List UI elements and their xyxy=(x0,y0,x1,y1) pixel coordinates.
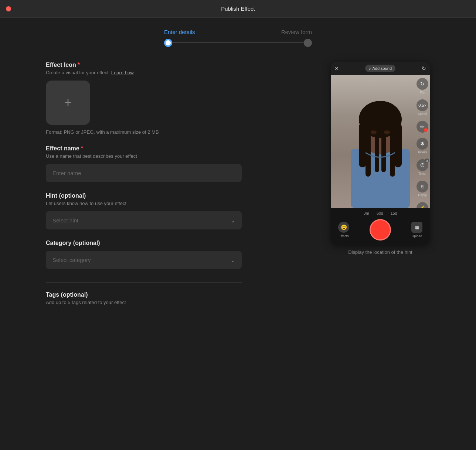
preview-caption: Display the location of the hint xyxy=(348,249,412,255)
reply-icon[interactable]: ⎘ xyxy=(416,181,428,192)
form-left: Effect Icon * Create a visual for your e… xyxy=(46,62,308,321)
side-control-speed: 0.5× Speed xyxy=(416,99,428,116)
effect-name-subtitle: Use a name that best describes your effe… xyxy=(46,153,308,159)
capture-main-button[interactable] xyxy=(370,219,391,241)
effect-name-input[interactable] xyxy=(46,164,242,182)
side-control-filters: ❄ Filters xyxy=(416,138,428,154)
top-bar: Publish Effect xyxy=(0,0,476,18)
flash-icon[interactable]: ⚡ xyxy=(416,202,428,208)
add-sound-button[interactable]: ♪ Add sound xyxy=(365,65,395,72)
main-content: Enter details Review form Effect Icon * … xyxy=(0,18,476,335)
person-silhouette xyxy=(340,82,421,208)
svg-rect-5 xyxy=(394,123,402,167)
effects-small-icon[interactable]: 😊 xyxy=(338,222,349,233)
category-section: Category (optional) Select category ⌄ xyxy=(46,240,308,269)
steps-container: Enter details Review form xyxy=(164,29,312,47)
effects-icon[interactable]: ✏ xyxy=(416,121,428,133)
speed-label: Speed xyxy=(418,112,427,116)
tags-section: Tags (optional) Add up to 5 tags related… xyxy=(46,282,308,310)
music-note-icon: ♪ xyxy=(369,66,371,71)
side-control-flip: ↻ Flip xyxy=(416,78,428,94)
category-placeholder: Select category xyxy=(52,257,91,263)
filters-label: Filters xyxy=(418,150,427,154)
hint-section: Hint (optional) Let users know how to us… xyxy=(46,192,308,229)
steps-track xyxy=(164,39,312,47)
phone-side-controls: ↻ Flip 0.5× Speed xyxy=(416,78,428,208)
chevron-down-category-icon: ⌄ xyxy=(231,257,235,263)
format-hint: Format: PNG or JPEG, with a maximum size… xyxy=(46,129,308,135)
svg-rect-6 xyxy=(366,121,371,177)
refresh-icon[interactable]: ↻ xyxy=(422,65,426,71)
side-control-effects: ✏ xyxy=(416,121,428,133)
hint-title: Hint (optional) xyxy=(46,192,308,199)
hint-placeholder: Select hint xyxy=(52,217,78,224)
svg-point-10 xyxy=(371,130,377,134)
timer-label: Timer xyxy=(418,172,427,175)
effect-icon-subtitle: Create a visual for your effect. Learn h… xyxy=(46,70,308,75)
side-control-flash: ⚡ Flash xyxy=(416,202,428,208)
divider xyxy=(46,282,242,283)
upload-icon[interactable]: ▦ xyxy=(411,222,422,233)
window-title: Publish Effect xyxy=(221,6,255,12)
effect-name-title: Effect name * xyxy=(46,145,308,152)
add-sound-label: Add sound xyxy=(372,66,392,71)
required-star-icon: * xyxy=(78,62,80,68)
icon-upload-box[interactable]: + xyxy=(46,81,90,125)
effect-icon-section: Effect Icon * Create a visual for your e… xyxy=(46,62,308,135)
duration-60s[interactable]: 60s xyxy=(377,211,383,215)
side-control-reply: ⎘ Reply xyxy=(416,181,428,197)
red-dot-indicator xyxy=(424,128,428,132)
svg-rect-8 xyxy=(375,120,379,172)
phone-main: ↻ Flip 0.5× Speed xyxy=(331,75,430,208)
flip-label: Flip xyxy=(420,91,425,94)
filters-icon[interactable]: ❄ xyxy=(416,138,428,150)
required-star-name-icon: * xyxy=(81,145,83,152)
upload-label: Upload xyxy=(412,234,422,238)
duration-15s[interactable]: 15s xyxy=(391,211,397,215)
svg-rect-9 xyxy=(381,120,386,172)
flip-icon[interactable]: ↻ xyxy=(416,78,428,90)
hint-subtitle: Let users know how to use your effect xyxy=(46,201,308,206)
form-preview-row: Effect Icon * Create a visual for your e… xyxy=(35,62,441,321)
learn-how-link[interactable]: Learn how xyxy=(111,70,134,75)
plus-icon: + xyxy=(64,96,72,109)
preview-phone: ✕ ♪ Add sound ↻ xyxy=(330,62,430,255)
category-dropdown[interactable]: Select category ⌄ xyxy=(46,251,242,269)
effects-small-label: Effects xyxy=(339,234,348,238)
svg-point-11 xyxy=(384,130,390,134)
speed-icon[interactable]: 0.5× xyxy=(416,99,428,111)
duration-3m[interactable]: 3m xyxy=(364,211,369,215)
effect-icon-title: Effect Icon * xyxy=(46,62,308,68)
reply-label: Reply xyxy=(418,193,426,197)
chevron-down-icon: ⌄ xyxy=(231,218,235,224)
step1-dot xyxy=(164,39,172,47)
category-title: Category (optional) xyxy=(46,240,308,246)
steps-labels: Enter details Review form xyxy=(164,29,312,35)
duration-row: 3m 60s 15s xyxy=(334,211,426,215)
step2-label[interactable]: Review form xyxy=(281,29,312,35)
step1-label[interactable]: Enter details xyxy=(164,29,195,35)
phone-close-icon[interactable]: ✕ xyxy=(334,65,339,71)
tags-title: Tags (optional) xyxy=(46,292,308,298)
phone-top-bar: ✕ ♪ Add sound ↻ xyxy=(331,62,430,75)
phone-bottom-bar: 3m 60s 15s 😊 Effects xyxy=(331,208,430,245)
svg-rect-4 xyxy=(359,123,366,167)
tags-subtitle: Add up to 5 tags related to your effect xyxy=(46,300,308,305)
side-control-timer: ⏱ 3 Timer xyxy=(416,159,428,175)
upload-btn-wrap: ▦ Upload xyxy=(411,222,422,238)
camera-view: ↻ Flip 0.5× Speed xyxy=(331,75,430,208)
hint-dropdown[interactable]: Select hint ⌄ xyxy=(46,211,242,229)
close-button[interactable] xyxy=(6,6,11,11)
step-line xyxy=(172,42,304,43)
step2-dot xyxy=(304,39,312,47)
capture-row: 😊 Effects ▦ Upload xyxy=(334,219,426,241)
svg-rect-7 xyxy=(390,121,395,177)
effect-name-section: Effect name * Use a name that best descr… xyxy=(46,145,308,182)
timer-icon[interactable]: ⏱ 3 xyxy=(416,159,428,171)
phone-frame: ✕ ♪ Add sound ↻ xyxy=(331,62,430,245)
effects-btn-wrap: 😊 Effects xyxy=(338,222,349,238)
